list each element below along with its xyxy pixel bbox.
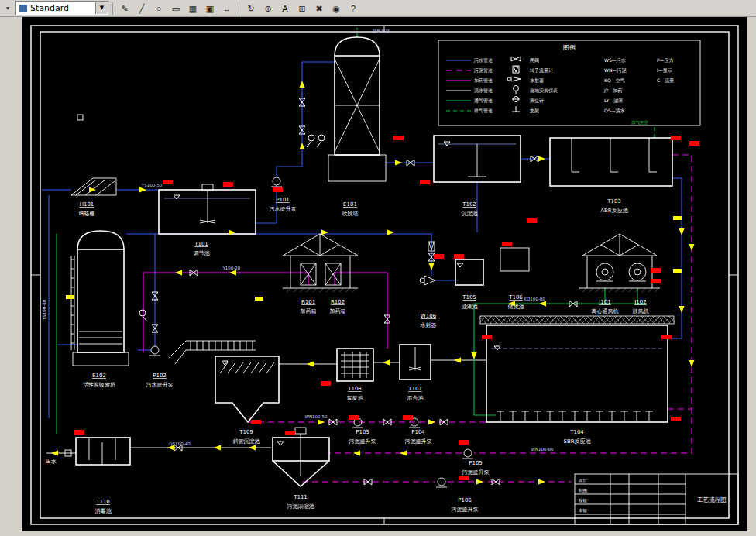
tank-t101: [159, 184, 256, 234]
legend-line-label: 清水管道: [474, 88, 493, 94]
equipment-id: P103: [356, 429, 369, 435]
vent-label: 排气至空: [373, 29, 390, 33]
legend-title: 图例: [563, 44, 576, 51]
equipment-id: P101: [276, 197, 290, 203]
osnap-icon[interactable]: ⊕: [260, 2, 276, 15]
legend-abbr: JY—加药: [603, 88, 622, 94]
process-flow-diagram: 图例 污水管道 污泥管道 加药管道 清水管道 通气管道 排气管道: [22, 17, 747, 531]
equipment-id: W106: [421, 313, 437, 319]
legend-symbol-label: 转子流量计: [530, 67, 553, 74]
pipe-tags: YS100-50 JY100-20 WN100-50 WN100-80 KQ10…: [42, 29, 648, 465]
equipment-name: 活性炭吸附塔: [83, 382, 115, 388]
equipment-name: 沉淀池: [462, 211, 479, 217]
equipment-name: 鼓风机: [633, 308, 649, 314]
flow-arrows: [51, 81, 695, 485]
pump-p106: [436, 478, 447, 487]
dosing-house: [283, 234, 358, 292]
drawing-frame: [31, 26, 738, 524]
dosing-pipes: [143, 273, 387, 352]
toolbar-separator: [239, 2, 239, 15]
equipment-id: E102: [92, 373, 106, 379]
support-icon: [512, 106, 520, 112]
platform: [169, 341, 256, 364]
field-instrument-icon: [514, 86, 519, 94]
rotate-icon[interactable]: ↻: [243, 2, 259, 15]
equipment-name: ABR反应池: [600, 207, 628, 214]
equipment-id: T106: [508, 294, 523, 301]
grid-icon[interactable]: ⊞: [294, 2, 310, 15]
style-dropdown[interactable]: Standard ▼: [15, 1, 108, 15]
equipment-id: T109: [239, 429, 253, 435]
equipment-id: P106: [458, 497, 472, 503]
circle-icon[interactable]: ○: [151, 2, 167, 15]
drawing-canvas[interactable]: 图例 污水管道 污泥管道 加药管道 清水管道 通气管道 排气管道: [22, 17, 747, 531]
tank-t102: [434, 136, 521, 182]
legend-abbr: C—流量: [657, 77, 674, 84]
valve-icon: [511, 57, 521, 61]
text-icon[interactable]: A: [277, 2, 293, 15]
equipment-name: 滤液池: [462, 304, 479, 310]
contact-tank-t110: [76, 438, 130, 465]
legend-abbr: I—显示: [657, 67, 672, 73]
legend-symbol-label: 液位计: [530, 98, 544, 103]
equipment-name: 污泥提升泵: [462, 469, 490, 476]
equipment-name: 污泥提升泵: [349, 438, 376, 445]
toolbar-grip-icon[interactable]: ▾: [2, 2, 14, 15]
help-icon[interactable]: ?: [345, 2, 361, 15]
legend-abbr: WS—污水: [604, 57, 626, 63]
equipment-id: J101: [598, 299, 610, 305]
equipment-id: R101: [301, 299, 315, 305]
sbr-tank-t104: [480, 316, 674, 422]
style-icon: [19, 5, 27, 12]
equipment-id: T108: [347, 386, 362, 392]
draw-icon[interactable]: ✎: [117, 2, 132, 15]
zoom-icon[interactable]: ◉: [328, 2, 344, 15]
equipment-name: 污泥提升泵: [405, 438, 432, 445]
layers-icon[interactable]: ▣: [202, 2, 218, 15]
pipe-tag: WN100-50: [304, 414, 328, 419]
pipe-tag: KQ100-80: [524, 297, 545, 301]
hatch-icon[interactable]: ▦: [185, 2, 201, 15]
legend-abbr: WN—污泥: [604, 67, 626, 74]
equipment-id: P104: [411, 429, 425, 435]
title-block-row: 校核: [578, 498, 588, 503]
water-jet-icon: [507, 77, 521, 81]
rectangle-icon[interactable]: ▭: [168, 2, 184, 15]
move-icon[interactable]: ↔: [219, 2, 235, 15]
equipment-name: 污泥提升泵: [452, 507, 479, 513]
title-block-row: 审核: [579, 508, 588, 513]
carbon-tower-e102: [71, 231, 129, 366]
title-block-row: 设计: [579, 478, 588, 483]
toolbar: ▾ Standard ▼ ✎ ╱ ○ ▭ ▦ ▣ ↔ ↻ ⊕ A ⊞ ✖ ◉ ?: [0, 0, 756, 17]
legend-line-label: 加药管道: [474, 77, 493, 84]
toolbar-separator: [112, 2, 113, 15]
title-block: 设计 制图 校核 审核 工艺流程图: [575, 474, 738, 524]
equipment-id: P105: [469, 460, 483, 466]
stripping-tower-e101: [328, 37, 386, 181]
pipe-tag: YS100-50: [141, 183, 163, 187]
legend-abbr: KQ—空气: [604, 77, 625, 83]
water-level-marks: [174, 142, 500, 445]
level-gauge-icon: [512, 97, 520, 102]
air-pipes: [57, 28, 655, 434]
equipment-name: 斜管沉淀池: [233, 438, 261, 445]
equipment-id: T103: [607, 198, 621, 204]
cad-application: ▾ Standard ▼ ✎ ╱ ○ ▭ ▦ ▣ ↔ ↻ ⊕ A ⊞ ✖ ◉ ?: [0, 0, 756, 536]
equipment-id: J102: [634, 299, 646, 305]
abr-tank-t103: [550, 138, 672, 186]
equipment-name: 离心通风机: [591, 308, 619, 314]
legend-line-label: 污泥管道: [473, 67, 493, 74]
equipment-id: H101: [80, 201, 94, 208]
title-block-row: 制图: [579, 488, 587, 493]
equipment-name: 加药箱: [330, 308, 346, 314]
polyline-icon[interactable]: ╱: [134, 2, 149, 15]
flocculation-tank-t108: [337, 349, 373, 381]
equipment-id: E101: [343, 201, 357, 208]
dropdown-arrow-icon[interactable]: ▼: [95, 2, 108, 14]
erase-icon[interactable]: ✖: [311, 2, 327, 15]
equipment-id: T101: [194, 241, 208, 247]
legend-symbol-label: 闸阀: [530, 57, 539, 64]
pipe-tag: QS100-40: [169, 442, 191, 446]
equipment-id: T111: [293, 494, 308, 500]
equipment-id: T110: [95, 499, 110, 505]
